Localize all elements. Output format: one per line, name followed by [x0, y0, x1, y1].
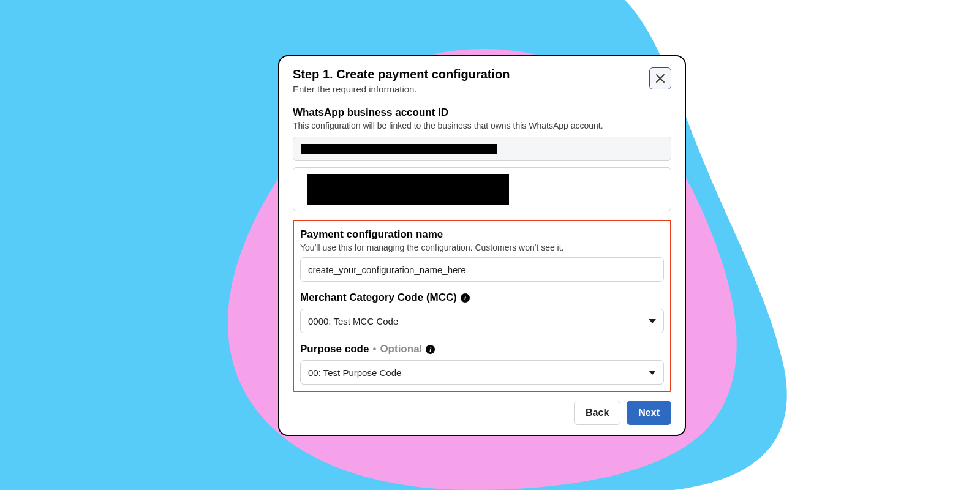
back-button[interactable]: Back	[574, 401, 620, 425]
highlighted-config-region: Payment configuration name You'll use th…	[293, 220, 671, 392]
canvas: Step 1. Create payment configuration Ent…	[0, 0, 980, 490]
payment-config-dialog: Step 1. Create payment configuration Ent…	[278, 55, 686, 436]
info-icon[interactable]: i	[426, 345, 435, 354]
mcc-select[interactable]: 0000: Test MCC Code	[300, 309, 664, 333]
redacted-account-info	[307, 174, 509, 205]
account-card[interactable]	[293, 167, 671, 211]
next-button[interactable]: Next	[627, 401, 671, 425]
dialog-subtitle: Enter the required information.	[293, 84, 510, 94]
config-name-field: Payment configuration name You'll use th…	[300, 228, 664, 282]
caret-down-icon	[649, 319, 656, 323]
dialog-header: Step 1. Create payment configuration Ent…	[293, 67, 671, 94]
purpose-label-row: Purpose code • Optional i	[300, 343, 664, 355]
account-id-input[interactable]	[293, 137, 671, 161]
mcc-value: 0000: Test MCC Code	[308, 316, 398, 326]
config-name-input[interactable]	[300, 257, 664, 282]
redacted-account-id	[301, 144, 497, 154]
dialog-title: Step 1. Create payment configuration	[293, 67, 510, 81]
config-name-desc: You'll use this for managing the configu…	[300, 243, 664, 252]
caret-down-icon	[649, 371, 656, 375]
account-id-section: WhatsApp business account ID This config…	[293, 107, 671, 211]
purpose-label: Purpose code	[300, 343, 369, 355]
purpose-field: Purpose code • Optional i 00: Test Purpo…	[300, 343, 664, 385]
purpose-value: 00: Test Purpose Code	[308, 368, 401, 378]
mcc-label-row: Merchant Category Code (MCC) i	[300, 292, 664, 304]
mcc-label: Merchant Category Code (MCC)	[300, 292, 457, 304]
purpose-select[interactable]: 00: Test Purpose Code	[300, 360, 664, 385]
close-button[interactable]	[649, 67, 671, 89]
config-name-label: Payment configuration name	[300, 228, 664, 241]
dialog-heading-group: Step 1. Create payment configuration Ent…	[293, 67, 510, 94]
account-id-label: WhatsApp business account ID	[293, 107, 671, 119]
close-icon	[655, 74, 665, 83]
dialog-footer: Back Next	[293, 392, 671, 425]
account-id-desc: This configuration will be linked to the…	[293, 121, 671, 130]
separator-dot: •	[372, 343, 376, 355]
info-icon[interactable]: i	[461, 293, 470, 303]
optional-tag: Optional	[380, 343, 422, 355]
mcc-field: Merchant Category Code (MCC) i 0000: Tes…	[300, 292, 664, 333]
